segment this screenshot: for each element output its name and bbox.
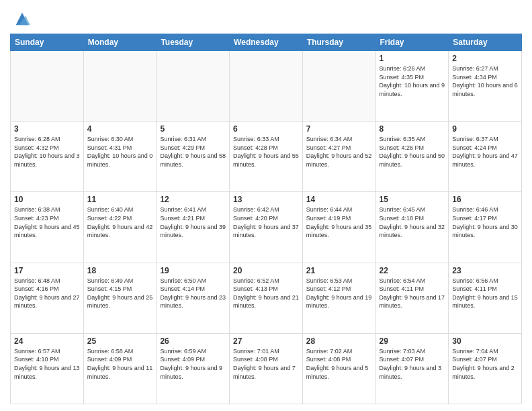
- day-info: Sunrise: 6:33 AM Sunset: 4:28 PM Dayligh…: [233, 135, 299, 169]
- week-row-3: 17Sunrise: 6:48 AM Sunset: 4:16 PM Dayli…: [11, 263, 522, 333]
- day-info: Sunrise: 6:31 AM Sunset: 4:29 PM Dayligh…: [160, 135, 226, 169]
- week-row-4: 24Sunrise: 6:57 AM Sunset: 4:10 PM Dayli…: [11, 333, 522, 404]
- day-number: 25: [87, 336, 153, 346]
- day-number: 24: [14, 336, 80, 346]
- day-header-sunday: Sunday: [11, 34, 84, 51]
- day-number: 21: [306, 266, 372, 275]
- day-number: 18: [87, 266, 153, 275]
- day-number: 2: [452, 54, 518, 63]
- week-row-0: 1Sunrise: 6:26 AM Sunset: 4:35 PM Daylig…: [11, 51, 522, 122]
- calendar-table: SundayMondayTuesdayWednesdayThursdayFrid…: [10, 34, 522, 404]
- logo-area: [10, 9, 32, 28]
- calendar-cell: 22Sunrise: 6:54 AM Sunset: 4:11 PM Dayli…: [375, 263, 449, 333]
- day-info: Sunrise: 7:02 AM Sunset: 4:08 PM Dayligh…: [306, 347, 372, 381]
- day-number: 11: [87, 195, 153, 204]
- day-info: Sunrise: 6:28 AM Sunset: 4:32 PM Dayligh…: [14, 135, 80, 169]
- day-number: 8: [380, 124, 445, 134]
- calendar-cell: 13Sunrise: 6:42 AM Sunset: 4:20 PM Dayli…: [230, 192, 303, 263]
- day-header-saturday: Saturday: [449, 34, 522, 51]
- day-number: 16: [452, 195, 518, 204]
- calendar-cell: 10Sunrise: 6:38 AM Sunset: 4:23 PM Dayli…: [11, 192, 84, 263]
- day-number: 27: [233, 336, 299, 346]
- day-info: Sunrise: 6:44 AM Sunset: 4:19 PM Dayligh…: [306, 205, 372, 239]
- week-row-1: 3Sunrise: 6:28 AM Sunset: 4:32 PM Daylig…: [11, 122, 522, 192]
- day-info: Sunrise: 6:53 AM Sunset: 4:12 PM Dayligh…: [306, 277, 372, 310]
- logo-icon: [13, 9, 32, 28]
- day-info: Sunrise: 6:57 AM Sunset: 4:10 PM Dayligh…: [14, 347, 80, 381]
- calendar-cell: 15Sunrise: 6:45 AM Sunset: 4:18 PM Dayli…: [375, 192, 449, 263]
- calendar-cell: 27Sunrise: 7:01 AM Sunset: 4:08 PM Dayli…: [230, 333, 303, 404]
- day-info: Sunrise: 6:54 AM Sunset: 4:11 PM Dayligh…: [380, 277, 445, 310]
- day-info: Sunrise: 6:49 AM Sunset: 4:15 PM Dayligh…: [87, 277, 153, 310]
- day-number: 4: [87, 124, 153, 134]
- calendar: SundayMondayTuesdayWednesdayThursdayFrid…: [10, 34, 522, 404]
- calendar-cell: 6Sunrise: 6:33 AM Sunset: 4:28 PM Daylig…: [230, 122, 303, 192]
- day-info: Sunrise: 6:45 AM Sunset: 4:18 PM Dayligh…: [380, 205, 445, 239]
- day-info: Sunrise: 6:48 AM Sunset: 4:16 PM Dayligh…: [14, 277, 80, 310]
- calendar-cell: 9Sunrise: 6:37 AM Sunset: 4:24 PM Daylig…: [449, 122, 522, 192]
- calendar-cell: 5Sunrise: 6:31 AM Sunset: 4:29 PM Daylig…: [157, 122, 230, 192]
- day-info: Sunrise: 6:40 AM Sunset: 4:22 PM Dayligh…: [87, 205, 153, 239]
- calendar-cell: [302, 51, 375, 122]
- day-number: 7: [306, 124, 372, 134]
- day-info: Sunrise: 6:41 AM Sunset: 4:21 PM Dayligh…: [160, 205, 226, 239]
- day-info: Sunrise: 6:50 AM Sunset: 4:14 PM Dayligh…: [160, 277, 226, 310]
- day-number: 23: [452, 266, 518, 275]
- day-info: Sunrise: 6:58 AM Sunset: 4:09 PM Dayligh…: [87, 347, 153, 381]
- day-header-friday: Friday: [375, 34, 449, 51]
- day-number: 15: [380, 195, 445, 204]
- calendar-cell: 29Sunrise: 7:03 AM Sunset: 4:07 PM Dayli…: [375, 333, 449, 404]
- calendar-cell: 4Sunrise: 6:30 AM Sunset: 4:31 PM Daylig…: [83, 122, 157, 192]
- day-info: Sunrise: 7:04 AM Sunset: 4:07 PM Dayligh…: [452, 347, 518, 381]
- calendar-cell: 7Sunrise: 6:34 AM Sunset: 4:27 PM Daylig…: [302, 122, 375, 192]
- week-row-2: 10Sunrise: 6:38 AM Sunset: 4:23 PM Dayli…: [11, 192, 522, 263]
- calendar-cell: 3Sunrise: 6:28 AM Sunset: 4:32 PM Daylig…: [11, 122, 84, 192]
- calendar-cell: [230, 51, 303, 122]
- calendar-cell: 1Sunrise: 6:26 AM Sunset: 4:35 PM Daylig…: [375, 51, 449, 122]
- header: [10, 7, 522, 28]
- calendar-cell: 12Sunrise: 6:41 AM Sunset: 4:21 PM Dayli…: [157, 192, 230, 263]
- day-header-wednesday: Wednesday: [230, 34, 303, 51]
- calendar-cell: 8Sunrise: 6:35 AM Sunset: 4:26 PM Daylig…: [375, 122, 449, 192]
- day-info: Sunrise: 6:37 AM Sunset: 4:24 PM Dayligh…: [452, 135, 518, 169]
- day-number: 28: [306, 336, 372, 346]
- day-number: 14: [306, 195, 372, 204]
- day-info: Sunrise: 6:26 AM Sunset: 4:35 PM Dayligh…: [380, 64, 445, 98]
- calendar-cell: 28Sunrise: 7:02 AM Sunset: 4:08 PM Dayli…: [302, 333, 375, 404]
- day-info: Sunrise: 7:03 AM Sunset: 4:07 PM Dayligh…: [380, 347, 445, 381]
- day-number: 13: [233, 195, 299, 204]
- calendar-cell: [157, 51, 230, 122]
- calendar-cell: 21Sunrise: 6:53 AM Sunset: 4:12 PM Dayli…: [302, 263, 375, 333]
- calendar-cell: [11, 51, 84, 122]
- day-info: Sunrise: 6:35 AM Sunset: 4:26 PM Dayligh…: [380, 135, 445, 169]
- day-info: Sunrise: 6:34 AM Sunset: 4:27 PM Dayligh…: [306, 135, 372, 169]
- calendar-cell: 18Sunrise: 6:49 AM Sunset: 4:15 PM Dayli…: [83, 263, 157, 333]
- day-number: 6: [233, 124, 299, 134]
- day-info: Sunrise: 6:59 AM Sunset: 4:09 PM Dayligh…: [160, 347, 226, 381]
- calendar-cell: 23Sunrise: 6:56 AM Sunset: 4:11 PM Dayli…: [449, 263, 522, 333]
- day-headers-row: SundayMondayTuesdayWednesdayThursdayFrid…: [11, 34, 522, 51]
- day-number: 26: [160, 336, 226, 346]
- day-number: 22: [380, 266, 445, 275]
- day-number: 10: [14, 195, 80, 204]
- day-number: 9: [452, 124, 518, 134]
- calendar-cell: 16Sunrise: 6:46 AM Sunset: 4:17 PM Dayli…: [449, 192, 522, 263]
- calendar-cell: 30Sunrise: 7:04 AM Sunset: 4:07 PM Dayli…: [449, 333, 522, 404]
- day-info: Sunrise: 6:56 AM Sunset: 4:11 PM Dayligh…: [452, 277, 518, 310]
- calendar-cell: [83, 51, 157, 122]
- day-number: 12: [160, 195, 226, 204]
- calendar-cell: 20Sunrise: 6:52 AM Sunset: 4:13 PM Dayli…: [230, 263, 303, 333]
- day-info: Sunrise: 6:38 AM Sunset: 4:23 PM Dayligh…: [14, 205, 80, 239]
- calendar-cell: 14Sunrise: 6:44 AM Sunset: 4:19 PM Dayli…: [302, 192, 375, 263]
- day-header-tuesday: Tuesday: [157, 34, 230, 51]
- day-number: 5: [160, 124, 226, 134]
- calendar-cell: 11Sunrise: 6:40 AM Sunset: 4:22 PM Dayli…: [83, 192, 157, 263]
- day-number: 3: [14, 124, 80, 134]
- calendar-cell: 19Sunrise: 6:50 AM Sunset: 4:14 PM Dayli…: [157, 263, 230, 333]
- day-info: Sunrise: 6:27 AM Sunset: 4:34 PM Dayligh…: [452, 64, 518, 98]
- day-info: Sunrise: 7:01 AM Sunset: 4:08 PM Dayligh…: [233, 347, 299, 381]
- page: SundayMondayTuesdayWednesdayThursdayFrid…: [0, 0, 532, 411]
- day-number: 1: [380, 54, 445, 63]
- calendar-cell: 24Sunrise: 6:57 AM Sunset: 4:10 PM Dayli…: [11, 333, 84, 404]
- calendar-cell: 2Sunrise: 6:27 AM Sunset: 4:34 PM Daylig…: [449, 51, 522, 122]
